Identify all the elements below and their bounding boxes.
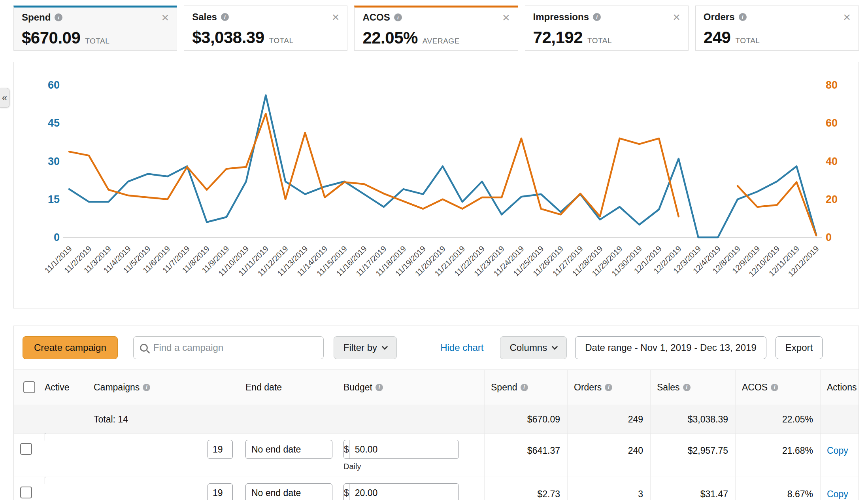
left-axis-tick: 60 [48,79,60,91]
collapse-panel-button[interactable]: « [0,88,9,108]
metric-suffix: TOTAL [735,36,760,45]
export-button[interactable]: Export [776,336,823,359]
close-icon[interactable]: × [502,13,510,21]
table-row: $ Daily $2.73 3 $31.47 8.67% Copy [14,477,859,500]
chevron-down-icon [382,343,388,350]
metric-value: 72,192 [533,28,583,47]
metric-card-impressions[interactable]: Impressions i × 72,192 TOTAL [525,6,689,51]
hide-chart-link[interactable]: Hide chart [440,342,483,353]
campaign-name[interactable] [87,477,208,500]
metric-label: Impressions [533,11,589,23]
metric-label: Spend [22,12,51,23]
spend-line [69,95,816,237]
copy-link[interactable]: Copy [827,489,848,499]
toggle-knob [45,434,56,445]
metric-suffix: TOTAL [587,36,612,45]
search-input[interactable] [153,342,317,353]
toggle-knob [45,477,56,488]
info-icon[interactable]: i [605,384,612,391]
date-range-button[interactable]: Date range - Nov 1, 2019 - Dec 13, 2019 [575,336,766,359]
table-header-row: Active Campaignsi End date Budgeti Spend… [14,369,859,405]
start-date-input[interactable] [208,483,233,500]
start-date-input[interactable] [208,440,233,459]
create-campaign-button[interactable]: Create campaign [23,336,118,359]
close-icon[interactable]: × [332,13,340,21]
col-header-active: Active [38,370,87,405]
row-checkbox[interactable] [20,443,32,455]
copy-link[interactable]: Copy [827,445,848,456]
metric-suffix: AVERAGE [423,37,460,45]
right-axis-tick: 80 [826,79,838,91]
row-orders: 3 [567,477,650,500]
row-acos: 8.67% [735,477,820,500]
col-header-spend: Spendi [484,370,567,405]
columns-button[interactable]: Columns [500,336,567,359]
campaigns-toolbar: Create campaign Filter by Hide chart Col… [14,326,859,369]
total-acos: 22.05% [735,405,820,433]
metric-card-spend[interactable]: Spend i × $670.09 TOTAL [13,6,177,51]
close-icon[interactable]: × [673,13,680,21]
row-sales: $2,957.75 [650,434,735,477]
right-axis-tick: 0 [826,231,832,243]
filter-by-label: Filter by [343,342,377,353]
row-acos: 21.68% [735,434,820,477]
col-header-campaigns: Campaignsi [87,370,208,405]
filter-by-button[interactable]: Filter by [334,336,397,359]
row-checkbox[interactable] [20,487,32,498]
metric-label: ACOS [362,12,390,23]
metrics-chart: 01530456002040608011/1/201911/2/201911/3… [14,65,859,307]
active-toggle[interactable] [45,477,45,484]
budget-type-label: Daily [343,462,484,471]
metric-value: $3,038.39 [192,28,264,47]
row-sales: $31.47 [650,477,735,500]
info-icon[interactable]: i [55,13,62,21]
col-header-budget: Budgeti [337,370,484,405]
budget-input[interactable] [349,484,459,500]
end-date-input[interactable] [245,440,332,459]
info-icon[interactable]: i [593,13,601,21]
acos-line [69,114,816,235]
total-spend: $670.09 [484,405,567,433]
metric-value: $670.09 [22,28,80,47]
info-icon[interactable]: i [394,13,402,21]
col-header-enddate: End date [239,370,337,405]
table-row: $ Daily $641.37 240 $2,957.75 21.68% Cop… [14,434,859,477]
close-icon[interactable]: × [162,13,169,21]
budget-input-group[interactable]: $ [343,440,459,459]
col-header-startdate [208,370,239,405]
info-icon[interactable]: i [683,384,691,391]
metric-suffix: TOTAL [269,36,294,45]
chevron-down-icon [552,343,558,350]
metric-card-acos[interactable]: ACOS i × 22.05% AVERAGE [354,6,518,51]
info-icon[interactable]: i [771,384,778,391]
close-icon[interactable]: × [843,13,851,21]
campaign-name[interactable] [87,434,208,477]
right-axis-tick: 40 [826,155,838,167]
info-icon[interactable]: i [143,384,150,391]
col-header-actions: Actions [820,370,859,405]
metric-label: Orders [704,11,735,23]
metric-value: 22.05% [362,28,417,47]
info-icon[interactable]: i [521,384,528,391]
campaigns-panel: Create campaign Filter by Hide chart Col… [13,326,859,500]
metric-value: 249 [704,28,731,47]
right-axis-tick: 20 [826,193,838,205]
total-label: Total: 14 [87,405,208,433]
table-total-row: Total: 14 $670.09 249 $3,038.39 22.05% [14,405,859,434]
metric-card-orders[interactable]: Orders i × 249 TOTAL [695,6,859,51]
active-toggle[interactable] [45,433,45,441]
currency-symbol: $ [344,484,349,500]
row-spend: $641.37 [484,434,567,477]
row-spend: $2.73 [484,477,567,500]
info-icon[interactable]: i [739,13,747,21]
campaign-search[interactable] [133,336,324,359]
end-date-input[interactable] [245,483,332,500]
budget-input-group[interactable]: $ [343,483,459,500]
select-all-checkbox[interactable] [23,381,35,393]
info-icon[interactable]: i [221,13,229,21]
currency-symbol: $ [344,440,349,458]
budget-input[interactable] [349,440,459,458]
info-icon[interactable]: i [376,384,383,391]
metric-card-sales[interactable]: Sales i × $3,038.39 TOTAL [184,6,347,51]
left-axis-tick: 15 [48,193,60,205]
